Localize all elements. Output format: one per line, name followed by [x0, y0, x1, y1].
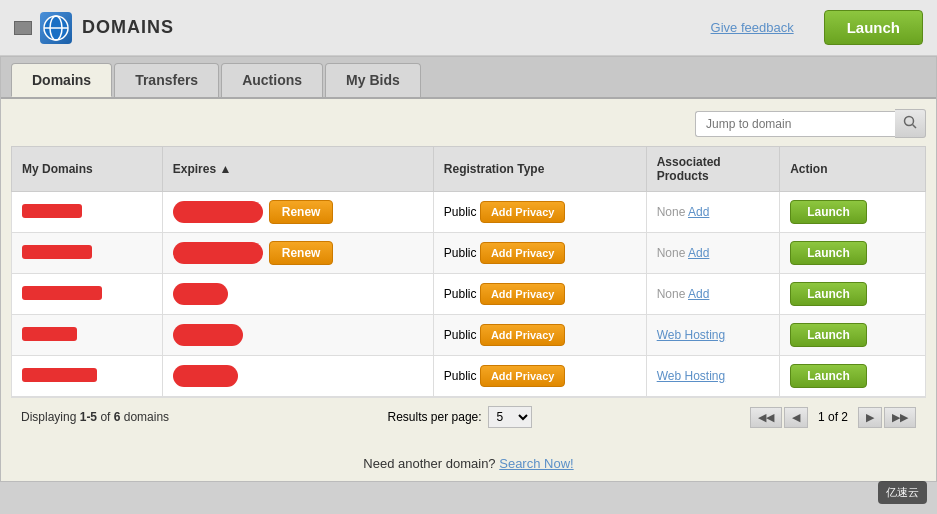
renew-button[interactable]: Renew [269, 241, 334, 265]
col-expires[interactable]: Expires ▲ [162, 147, 433, 192]
page-first-button[interactable]: ◀◀ [750, 407, 782, 428]
search-input[interactable] [695, 111, 895, 137]
search-icon [903, 115, 917, 129]
svg-line-5 [913, 125, 917, 129]
results-per-page: Results per page: 5 10 25 [388, 406, 532, 428]
col-associated: AssociatedProducts [646, 147, 780, 192]
regtype-cell: Public Add Privacy [433, 233, 646, 274]
action-cell: Launch [780, 274, 926, 315]
table-row: Renew Public Add Privacy None Add Launch [12, 192, 926, 233]
action-cell: Launch [780, 315, 926, 356]
table-row: Public Add Privacy None Add Launch [12, 274, 926, 315]
web-hosting-link[interactable]: Web Hosting [657, 369, 725, 383]
search-bar [11, 109, 926, 138]
col-domain: My Domains [12, 147, 163, 192]
table-row: Public Add Privacy Web Hosting Launch [12, 356, 926, 397]
launch-button[interactable]: Launch [790, 364, 867, 388]
web-hosting-link[interactable]: Web Hosting [657, 328, 725, 342]
bottom-text: Need another domain? [363, 456, 495, 471]
expires-cell [162, 356, 433, 397]
launch-button[interactable]: Launch [790, 323, 867, 347]
domain-cell [12, 315, 163, 356]
add-privacy-button[interactable]: Add Privacy [480, 201, 566, 223]
add-link[interactable]: Add [688, 246, 709, 260]
search-now-link[interactable]: Search Now! [499, 456, 573, 471]
domain-redacted [22, 204, 82, 218]
associated-cell: Web Hosting [646, 356, 780, 397]
page-last-button[interactable]: ▶▶ [884, 407, 916, 428]
add-privacy-button[interactable]: Add Privacy [480, 324, 566, 346]
regtype-cell: Public Add Privacy [433, 315, 646, 356]
expires-cell: Renew [162, 192, 433, 233]
col-regtype: Registration Type [433, 147, 646, 192]
tab-auctions[interactable]: Auctions [221, 63, 323, 97]
tab-bar: Domains Transfers Auctions My Bids [1, 57, 936, 99]
add-privacy-button[interactable]: Add Privacy [480, 365, 566, 387]
expires-cell [162, 274, 433, 315]
add-link[interactable]: Add [688, 287, 709, 301]
launch-button[interactable]: Launch [790, 241, 867, 265]
associated-cell: None Add [646, 233, 780, 274]
domain-redacted [22, 245, 92, 259]
page-info: 1 of 2 [810, 407, 856, 427]
launch-button[interactable]: Launch [790, 282, 867, 306]
header-launch-button[interactable]: Launch [824, 10, 923, 45]
table-footer: Displaying 1-5 of 6 domains Results per … [11, 397, 926, 436]
app-icon [40, 12, 72, 44]
page-next-button[interactable]: ▶ [858, 407, 882, 428]
table-row: Public Add Privacy Web Hosting Launch [12, 315, 926, 356]
add-privacy-button[interactable]: Add Privacy [480, 283, 566, 305]
associated-cell: None Add [646, 192, 780, 233]
regtype-cell: Public Add Privacy [433, 356, 646, 397]
main-container: Domains Transfers Auctions My Bids My Do… [0, 56, 937, 482]
none-label: None [657, 287, 686, 301]
domain-cell [12, 233, 163, 274]
give-feedback-link[interactable]: Give feedback [711, 20, 794, 35]
search-button[interactable] [895, 109, 926, 138]
minimize-button[interactable] [14, 21, 32, 35]
add-link[interactable]: Add [688, 205, 709, 219]
date-redacted [173, 324, 243, 346]
none-label: None [657, 205, 686, 219]
tab-mybids[interactable]: My Bids [325, 63, 421, 97]
pagination: ◀◀ ◀ 1 of 2 ▶ ▶▶ [750, 407, 916, 428]
domain-redacted [22, 368, 97, 382]
none-label: None [657, 246, 686, 260]
add-privacy-button[interactable]: Add Privacy [480, 242, 566, 264]
table-row: Renew Public Add Privacy None Add Launch [12, 233, 926, 274]
results-select[interactable]: 5 10 25 [488, 406, 532, 428]
table-header-row: My Domains Expires ▲ Registration Type A… [12, 147, 926, 192]
expires-cell [162, 315, 433, 356]
date-redacted [173, 242, 263, 264]
display-count: Displaying 1-5 of 6 domains [21, 410, 169, 424]
tab-transfers[interactable]: Transfers [114, 63, 219, 97]
action-cell: Launch [780, 233, 926, 274]
app-title: DOMAINS [82, 17, 711, 38]
date-redacted [173, 365, 238, 387]
tab-domains[interactable]: Domains [11, 63, 112, 97]
bottom-notice: Need another domain? Search Now! [1, 446, 936, 481]
regtype-cell: Public Add Privacy [433, 274, 646, 315]
domain-redacted [22, 327, 77, 341]
results-label: Results per page: [388, 410, 482, 424]
watermark: 亿速云 [878, 481, 927, 482]
domain-redacted [22, 286, 102, 300]
associated-cell: Web Hosting [646, 315, 780, 356]
renew-button[interactable]: Renew [269, 200, 334, 224]
domain-cell [12, 192, 163, 233]
expires-cell: Renew [162, 233, 433, 274]
date-redacted [173, 283, 228, 305]
svg-point-4 [905, 117, 914, 126]
launch-button[interactable]: Launch [790, 200, 867, 224]
domain-cell [12, 274, 163, 315]
domain-cell [12, 356, 163, 397]
page-prev-button[interactable]: ◀ [784, 407, 808, 428]
regtype-cell: Public Add Privacy [433, 192, 646, 233]
col-action: Action [780, 147, 926, 192]
associated-cell: None Add [646, 274, 780, 315]
app-header: DOMAINS Give feedback Launch [0, 0, 937, 56]
domains-table: My Domains Expires ▲ Registration Type A… [11, 146, 926, 397]
action-cell: Launch [780, 192, 926, 233]
date-redacted [173, 201, 263, 223]
action-cell: Launch [780, 356, 926, 397]
